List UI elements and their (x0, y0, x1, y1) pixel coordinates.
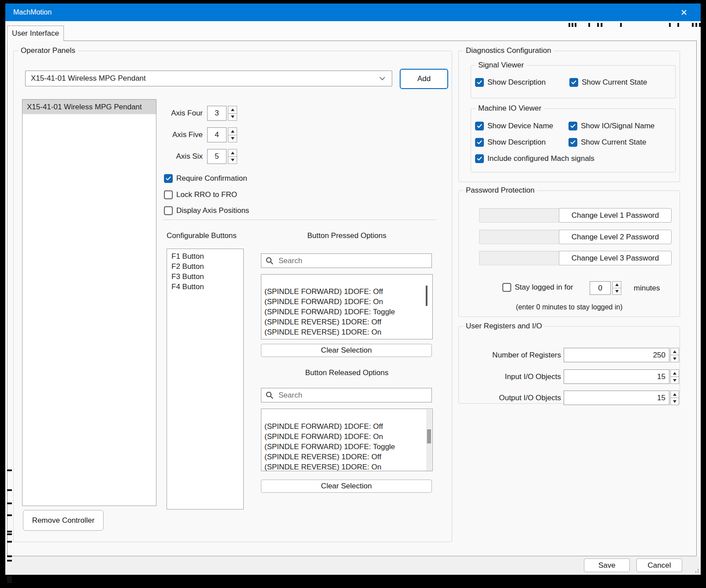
released-search-box[interactable] (261, 388, 432, 402)
sv-show-description-row[interactable]: Show Description (475, 78, 546, 87)
option-item[interactable]: (SPINDLE REVERSE) 1DORE: Off (261, 317, 432, 327)
change-level-3-password-button[interactable]: Change Level 3 Password (559, 251, 672, 265)
user-registers-legend: User Registers and I/O (463, 322, 545, 331)
option-item[interactable]: (SPINDLE FORWARD) 1DOFE: On (261, 432, 432, 442)
spin-down-icon[interactable] (670, 376, 679, 384)
display-axis-positions-row[interactable]: Display Axis Positions (164, 206, 249, 215)
change-level-1-password-button[interactable]: Change Level 1 Password (559, 208, 672, 223)
released-search-input[interactable] (278, 391, 427, 400)
spin-up-icon[interactable] (228, 127, 237, 135)
lock-rro-checkbox[interactable] (164, 190, 173, 199)
close-icon[interactable]: ✕ (676, 5, 692, 19)
configurable-buttons-list[interactable]: F1 Button F2 Button F3 Button F4 Button (167, 249, 244, 510)
add-button[interactable]: Add (400, 69, 448, 89)
remove-controller-button[interactable]: Remove Controller (23, 510, 104, 531)
check-icon (477, 140, 482, 145)
spin-down-icon[interactable] (228, 113, 237, 121)
mio-show-device-name-checkbox[interactable] (475, 122, 484, 130)
save-button[interactable]: Save (584, 558, 630, 572)
option-item[interactable]: (SPINDLE FORWARD) 1DOFE: Off (261, 287, 432, 297)
option-item[interactable]: (SPINDLE FORWARD) 1DOFE: Off (261, 421, 432, 432)
released-clear-selection-button[interactable]: Clear Selection (261, 480, 432, 493)
spin-up-icon[interactable] (228, 149, 237, 157)
axis-five-stepper[interactable]: 4 (207, 127, 237, 142)
change-level-2-password-button[interactable]: Change Level 2 Password (559, 230, 672, 244)
check-icon (477, 80, 482, 85)
spin-up-icon[interactable] (228, 106, 237, 114)
input-io-objects-stepper[interactable]: 15 (564, 369, 679, 384)
output-io-objects-value[interactable]: 15 (564, 391, 669, 405)
mio-show-description-checkbox[interactable] (475, 138, 484, 147)
button-released-options-label: Button Released Options (261, 368, 433, 377)
require-confirmation-row[interactable]: Require Confirmation (164, 174, 247, 183)
axis-five-label: Axis Five (160, 127, 203, 142)
stay-logged-in-row[interactable]: Stay logged in for (502, 283, 573, 292)
axis-four-stepper[interactable]: 3 (207, 106, 237, 121)
mio-show-current-state-checkbox[interactable] (569, 138, 577, 147)
cancel-button[interactable]: Cancel (636, 558, 682, 572)
display-axis-positions-checkbox[interactable] (164, 206, 173, 215)
sv-show-description-checkbox[interactable] (475, 78, 484, 87)
list-item[interactable]: F2 Button (167, 261, 243, 272)
spin-up-icon[interactable] (670, 348, 679, 355)
require-confirmation-checkbox[interactable] (164, 174, 173, 183)
option-item[interactable]: (SPINDLE REVERSE) 1DORE: On (261, 327, 432, 337)
pressed-search-box[interactable] (261, 253, 432, 268)
option-item[interactable]: (SPINDLE FORWARD) 1DOFE: Toggle (261, 442, 432, 452)
pendant-dropdown[interactable]: X15-41-01 Wireless MPG Pendant (25, 71, 392, 86)
number-of-registers-value[interactable]: 250 (564, 348, 669, 362)
axis-six-stepper[interactable]: 5 (207, 149, 237, 164)
controller-list[interactable]: X15-41-01 Wireless MPG Pendant (22, 99, 156, 506)
stay-logged-in-checkbox[interactable] (502, 283, 511, 292)
mio-show-io-signal-name-checkbox[interactable] (569, 122, 577, 130)
button-pressed-options-label: Button Pressed Options (261, 231, 433, 240)
sv-show-current-state-row[interactable]: Show Current State (569, 78, 647, 87)
output-io-objects-stepper[interactable]: 15 (564, 391, 679, 405)
list-item[interactable]: F4 Button (167, 282, 243, 292)
mio-include-mach-signals-checkbox[interactable] (475, 154, 484, 163)
list-item[interactable]: F1 Button (167, 251, 243, 261)
minutes-stepper[interactable]: 0 (590, 281, 621, 295)
option-item[interactable]: (SPINDLE FORWARD) 1DOFE: Toggle (261, 307, 432, 317)
released-options-list[interactable]: (SPINDLE FORWARD) 1DOFE: Off (SPINDLE FO… (261, 409, 433, 471)
tab-user-interface[interactable]: User Interface (7, 26, 64, 41)
minutes-value[interactable]: 0 (590, 281, 611, 295)
level-2-password-field[interactable] (479, 230, 566, 244)
title-bar[interactable]: MachMotion (5, 4, 701, 21)
pressed-options-list[interactable]: (SPINDLE FORWARD) 1DOFE: Off (SPINDLE FO… (261, 274, 433, 339)
spin-up-icon[interactable] (670, 369, 679, 377)
spin-down-icon[interactable] (670, 355, 679, 362)
axis-five-value[interactable]: 4 (207, 127, 227, 142)
output-io-objects-label: Output I/O Objects (464, 391, 561, 405)
number-of-registers-stepper[interactable]: 250 (564, 348, 679, 362)
scrollbar-thumb[interactable] (427, 429, 431, 443)
sv-show-current-state-checkbox[interactable] (569, 78, 578, 87)
mio-include-mach-signals-row[interactable]: Include configured Mach signals (475, 154, 595, 163)
spin-down-icon[interactable] (612, 288, 621, 295)
level-1-password-field[interactable] (479, 208, 566, 223)
spin-down-icon[interactable] (228, 156, 237, 164)
controller-list-item[interactable]: X15-41-01 Wireless MPG Pendant (22, 100, 156, 114)
signal-viewer-legend: Signal Viewer (476, 61, 527, 70)
resize-grip[interactable] (695, 569, 699, 573)
level-3-password-field[interactable] (479, 251, 566, 265)
mio-show-description-row[interactable]: Show Description (475, 138, 546, 147)
pressed-search-input[interactable] (278, 256, 427, 266)
axis-four-value[interactable]: 3 (207, 106, 227, 121)
spin-up-icon[interactable] (612, 281, 621, 288)
option-item[interactable]: (SPINDLE FORWARD) 1DOFE: On (261, 297, 432, 307)
option-item[interactable]: (SPINDLE REVERSE) 1DORE: Off (261, 452, 432, 462)
option-item[interactable]: (SPINDLE REVERSE) 1DORE: On (261, 462, 432, 471)
pressed-clear-selection-button[interactable]: Clear Selection (261, 344, 432, 357)
spin-up-icon[interactable] (670, 391, 679, 398)
mio-show-current-state-row[interactable]: Show Current State (569, 138, 646, 147)
scrollbar-thumb[interactable] (426, 286, 427, 306)
input-io-objects-value[interactable]: 15 (564, 369, 669, 384)
axis-six-value[interactable]: 5 (207, 149, 227, 164)
mio-show-io-signal-name-row[interactable]: Show IO/Signal Name (569, 122, 654, 130)
spin-down-icon[interactable] (228, 135, 237, 143)
lock-rro-row[interactable]: Lock RRO to FRO (164, 190, 237, 199)
spin-down-icon[interactable] (670, 398, 679, 405)
list-item[interactable]: F3 Button (167, 272, 243, 282)
mio-show-device-name-row[interactable]: Show Device Name (475, 122, 553, 130)
